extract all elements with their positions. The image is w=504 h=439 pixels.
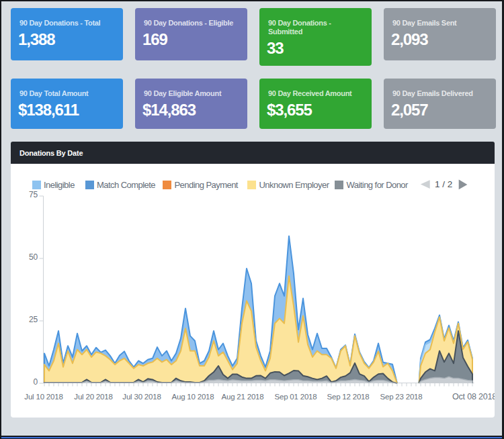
svg-text:Sep 23 2018: Sep 23 2018 <box>380 393 422 401</box>
svg-text:25: 25 <box>29 315 38 324</box>
svg-text:Jul 20 2018: Jul 20 2018 <box>74 393 112 401</box>
svg-text:0: 0 <box>34 377 38 387</box>
svg-text:50: 50 <box>29 252 38 262</box>
svg-text:Sep 12 2018: Sep 12 2018 <box>327 393 369 401</box>
svg-text:Jul 10 2018: Jul 10 2018 <box>24 393 62 401</box>
svg-text:Jul 30 2018: Jul 30 2018 <box>122 393 161 401</box>
svg-text:Oct 08 2018: Oct 08 2018 <box>452 392 495 401</box>
svg-text:Aug 21 2018: Aug 21 2018 <box>221 393 263 401</box>
svg-text:Aug 10 2018: Aug 10 2018 <box>171 393 214 401</box>
svg-text:75: 75 <box>29 190 38 199</box>
svg-text:Sep 01 2018: Sep 01 2018 <box>274 393 317 401</box>
